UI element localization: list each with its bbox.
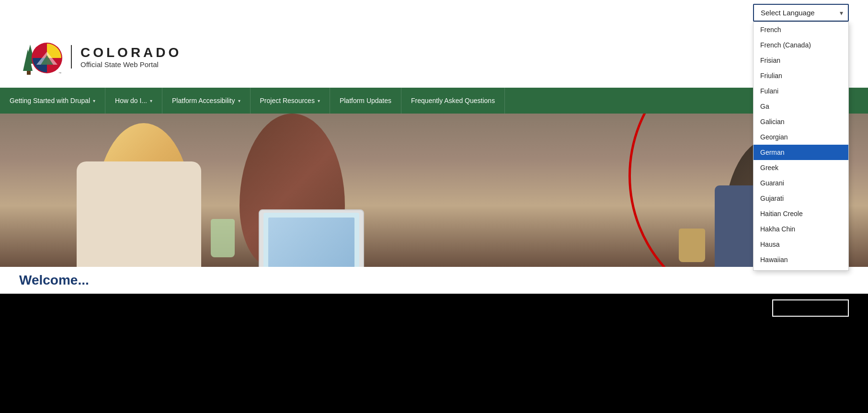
bottom-bar bbox=[0, 294, 868, 322]
language-option-friulian[interactable]: Friulian bbox=[754, 68, 848, 83]
language-select-button[interactable]: Select Language bbox=[753, 4, 849, 22]
language-option-guarani[interactable]: Guarani bbox=[754, 175, 848, 191]
nav-label-how-do-i: How do I... bbox=[115, 96, 147, 105]
nav-label-platform-accessibility: Platform Accessibility bbox=[172, 96, 235, 105]
nav-label-getting-started: Getting Started with Drupal bbox=[10, 96, 90, 105]
language-option-french-canada[interactable]: French (Canada) bbox=[754, 37, 848, 53]
chevron-down-icon: ▾ bbox=[150, 98, 152, 104]
language-select-container: Select Language French French (Canada) F… bbox=[753, 4, 849, 22]
nav-label-platform-updates: Platform Updates bbox=[340, 96, 391, 105]
colorado-logo: ™ bbox=[19, 35, 62, 78]
svg-rect-2 bbox=[27, 71, 31, 75]
logo-subtitle: Official State Web Portal bbox=[80, 60, 182, 69]
logo-text: COLORADO Official State Web Portal bbox=[71, 45, 182, 69]
top-bar: Select Language French French (Canada) F… bbox=[0, 0, 868, 25]
chevron-down-icon: ▾ bbox=[318, 98, 320, 104]
language-option-greek[interactable]: Greek bbox=[754, 160, 848, 175]
welcome-heading: Welcome... bbox=[19, 273, 849, 288]
language-option-german[interactable]: German bbox=[754, 145, 848, 160]
svg-text:™: ™ bbox=[58, 72, 61, 75]
nav-item-how-do-i[interactable]: How do I... ▾ bbox=[105, 88, 162, 114]
language-option-fulani[interactable]: Fulani bbox=[754, 83, 848, 99]
nav-item-getting-started[interactable]: Getting Started with Drupal ▾ bbox=[0, 88, 105, 114]
nav-item-platform-accessibility[interactable]: Platform Accessibility ▾ bbox=[162, 88, 250, 114]
language-option-french[interactable]: French bbox=[754, 22, 848, 37]
hero-image bbox=[0, 114, 868, 267]
nav-item-platform-updates[interactable]: Platform Updates bbox=[330, 88, 401, 114]
language-option-frisian[interactable]: Frisian bbox=[754, 53, 848, 68]
language-option-ga[interactable]: Ga bbox=[754, 99, 848, 114]
language-option-hebrew[interactable]: Hebrew bbox=[754, 267, 848, 271]
logo-title: COLORADO bbox=[80, 45, 182, 60]
language-option-hausa[interactable]: Hausa bbox=[754, 237, 848, 252]
language-option-galician[interactable]: Galician bbox=[754, 114, 848, 129]
welcome-strip: Welcome... bbox=[0, 267, 868, 294]
nav-label-project-resources: Project Resources bbox=[260, 96, 315, 105]
nav-label-faq: Frequently Asked Questions bbox=[411, 96, 495, 105]
language-option-hawaiian[interactable]: Hawaiian bbox=[754, 252, 848, 267]
chevron-down-icon: ▾ bbox=[93, 98, 95, 104]
nav-item-faq[interactable]: Frequently Asked Questions bbox=[401, 88, 505, 114]
language-option-hakha-chin[interactable]: Hakha Chin bbox=[754, 221, 848, 237]
nav-item-project-resources[interactable]: Project Resources ▾ bbox=[251, 88, 330, 114]
bottom-box bbox=[772, 299, 849, 317]
language-option-georgian[interactable]: Georgian bbox=[754, 129, 848, 145]
language-dropdown[interactable]: French French (Canada) Frisian Friulian … bbox=[753, 22, 849, 271]
chevron-down-icon: ▾ bbox=[238, 98, 240, 104]
logo-area: ™ COLORADO Official State Web Portal bbox=[19, 35, 182, 78]
svg-point-7 bbox=[51, 50, 56, 55]
header: ™ COLORADO Official State Web Portal Sea… bbox=[0, 25, 868, 88]
navigation: Getting Started with Drupal ▾ How do I..… bbox=[0, 88, 868, 114]
language-option-gujarati[interactable]: Gujarati bbox=[754, 191, 848, 206]
language-option-haitian-creole[interactable]: Haitian Creole bbox=[754, 206, 848, 221]
page-wrapper: Select Language French French (Canada) F… bbox=[0, 0, 868, 322]
